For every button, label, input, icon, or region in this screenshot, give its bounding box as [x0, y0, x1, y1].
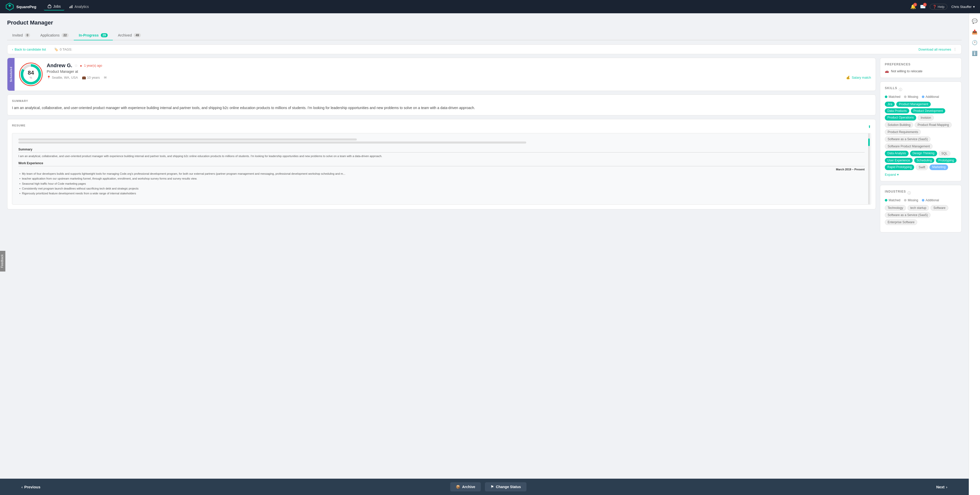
skill-tag-product-management: Product Management — [896, 102, 931, 107]
industry-tag-technology: Technology — [885, 205, 906, 211]
scheduled-tag: Scheduled — [7, 58, 14, 91]
clock-icon[interactable]: 🕐 — [972, 40, 977, 45]
legend-additional-label: Additional — [926, 95, 939, 99]
resume-header: RESUME ⬆ — [12, 124, 871, 129]
experience-item: 💼 10 years — [82, 76, 100, 80]
tab-inprogress-count: 29 — [101, 33, 108, 37]
help-button[interactable]: ❓ Help — [930, 4, 947, 10]
skills-title: SKILLS — [885, 86, 897, 90]
skill-tag-scheduling: Scheduling — [914, 158, 934, 163]
change-status-label: Change Status — [496, 485, 521, 489]
right-panel: PREFERENCES 🚗 Not willing to relocate SK… — [880, 58, 962, 232]
download-resumes-link[interactable]: Download all resumes — [918, 48, 951, 51]
candidate-card: Scheduled 84 % Andrew G. ☆ ● — [7, 58, 876, 91]
skill-tag-product-operations: Product Operations — [885, 115, 916, 121]
nav-analytics[interactable]: Analytics — [65, 3, 92, 11]
additional-dot — [922, 96, 924, 98]
brand[interactable]: SquarePeg — [5, 2, 36, 11]
industries-card: INDUSTRIES ⓘ Matched Missing Additional — [880, 185, 962, 232]
brand-name: SquarePeg — [16, 5, 36, 9]
summary-label: SUMMARY — [12, 99, 871, 102]
industry-tag-software-as-a-service-(saas): Software as a Service (SaaS) — [885, 212, 931, 218]
next-button[interactable]: Next › — [930, 482, 953, 492]
expand-skills-link[interactable]: Expand ▾ — [885, 172, 957, 177]
feedback-button[interactable]: Feedback — [0, 251, 5, 271]
notification-bell[interactable]: 🔔 1 — [910, 4, 916, 10]
candidate-role: Product Manager at — [47, 69, 871, 73]
skill-tag-marketing: Marketing — [929, 164, 948, 170]
right-sidebar: 💬 📤 🕐 ℹ️ — [969, 13, 980, 495]
tab-archived[interactable]: Archived 49 — [113, 30, 146, 40]
resume-preview: Summary I am an analytical, collaborativ… — [12, 133, 871, 204]
resume-bullet-0: My team of four developers builds and su… — [18, 172, 865, 176]
score-wrapper: 84 % — [19, 62, 43, 86]
skills-card: SKILLS ⓘ Matched Missing Additional — [880, 81, 962, 181]
preferences-card: PREFERENCES 🚗 Not willing to relocate — [880, 58, 962, 78]
user-menu[interactable]: Chris Stauffer ▾ — [951, 5, 975, 9]
comment-icon[interactable]: 💬 — [972, 18, 977, 24]
tab-in-progress[interactable]: In-Progress 29 — [74, 30, 113, 40]
candidate-toolbar: ‹ Back to candidate list 🏷️ 0 TAGS: Down… — [7, 45, 962, 54]
resume-scrollbar[interactable] — [868, 133, 870, 204]
back-to-list-link[interactable]: ‹ Back to candidate list — [12, 48, 46, 51]
resume-label: RESUME — [12, 124, 25, 127]
legend-additional: Additional — [922, 95, 939, 99]
nav-analytics-label: Analytics — [75, 5, 89, 9]
salary-match[interactable]: 💰 Salary match — [846, 76, 871, 80]
scheduled-tag-label: Scheduled — [10, 67, 13, 82]
help-label: Help — [938, 5, 945, 9]
location-text: Seattle, WA, USA — [52, 76, 78, 80]
resume-bullet-2: Seasonal high traffic hour of Code marke… — [18, 182, 865, 186]
user-name: Chris Stauffer — [951, 5, 972, 9]
industry-tag-enterprise-software: Enterprise Software — [885, 219, 917, 225]
resume-bullet-1: teacher application from our upstream ma… — [18, 177, 865, 180]
tab-applications-count: 22 — [62, 33, 68, 37]
upload-icon[interactable]: ⬆ — [868, 125, 871, 129]
ind-matched-dot — [885, 199, 887, 201]
industries-title: INDUSTRIES — [885, 190, 906, 193]
resume-job-date: March 2019 – Present — [18, 168, 865, 171]
industry-tag-software: Software — [931, 205, 948, 211]
next-label: Next — [936, 485, 945, 489]
tab-inprogress-label: In-Progress — [79, 33, 99, 37]
tab-invited[interactable]: Invited 0 — [7, 30, 35, 40]
skill-tag-product-requirements: Product Requirements — [885, 129, 921, 135]
resume-summary-text: I am an analytical, collaborative, and u… — [18, 154, 865, 158]
skill-tag-sql: SQL — [939, 151, 950, 156]
tab-invited-count: 0 — [25, 33, 30, 37]
email-icon: ✉ — [104, 76, 107, 80]
share-icon[interactable]: 📤 — [972, 29, 977, 35]
industry-tag-tech-startup: tech startup — [907, 205, 929, 211]
email-item[interactable]: ✉ — [104, 76, 107, 80]
star-icon[interactable]: ☆ — [74, 63, 78, 68]
nav-jobs[interactable]: Jobs — [44, 3, 64, 11]
change-status-button[interactable]: ⚑ Change Status — [485, 482, 527, 492]
messages-icon[interactable]: ✉️ 1 — [920, 4, 926, 10]
resume-scrollbar-thumb — [868, 139, 870, 146]
expand-label: Expand — [885, 172, 896, 177]
preferences-title: PREFERENCES — [885, 62, 957, 66]
status-icon: ⚑ — [490, 485, 494, 489]
relocate-pref: 🚗 Not willing to relocate — [885, 69, 957, 73]
tab-archived-count: 49 — [134, 33, 141, 37]
briefcase-icon: 💼 — [82, 76, 86, 80]
skill-tag-jira: Jira — [885, 102, 895, 107]
skill-tag-swift: Swift — [916, 164, 928, 170]
navbar-right: 🔔 1 ✉️ 1 ❓ Help Chris Stauffer ▾ — [910, 4, 975, 10]
info-icon[interactable]: ℹ️ — [972, 51, 977, 56]
messages-badge: 1 — [923, 3, 927, 6]
left-panel: Scheduled 84 % Andrew G. ☆ ● — [7, 58, 876, 232]
tab-applications[interactable]: Applications 22 — [35, 30, 74, 40]
previous-button[interactable]: ‹ Previous — [15, 482, 46, 492]
tags-section: 🏷️ 0 TAGS: — [54, 48, 72, 51]
resume-work-title: Work Experience — [18, 161, 865, 166]
legend-missing-label: Missing — [908, 95, 918, 99]
more-options-icon[interactable]: ⋮ — [953, 47, 957, 51]
ind-legend-matched-label: Matched — [889, 198, 900, 202]
ind-legend-additional-label: Additional — [926, 198, 939, 202]
relocate-label: Not willing to relocate — [891, 69, 923, 73]
skills-legend: Matched Missing Additional — [885, 95, 957, 99]
svg-rect-3 — [48, 6, 51, 8]
svg-rect-6 — [72, 5, 73, 8]
archive-button[interactable]: 📦 Archive — [450, 482, 481, 492]
